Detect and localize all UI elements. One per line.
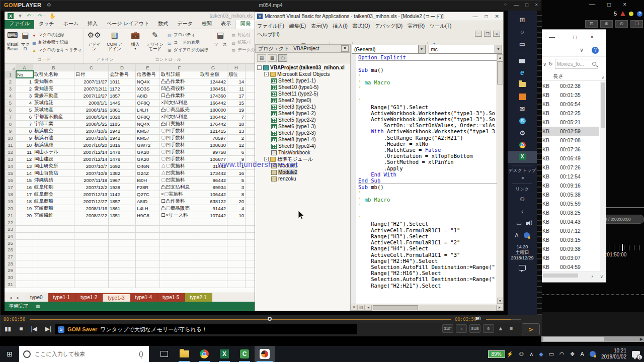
cell-C25[interactable] bbox=[74, 239, 109, 246]
ribbon-tab-ファイル[interactable]: ファイル bbox=[5, 19, 34, 29]
cell-D28[interactable] bbox=[109, 260, 136, 267]
cell-E3[interactable]: XO3S bbox=[136, 85, 160, 92]
cell-F24[interactable] bbox=[160, 233, 199, 240]
cell-D7[interactable]: 1028 bbox=[109, 113, 136, 120]
cell-D11[interactable]: 1816 bbox=[109, 141, 136, 148]
cell-C23[interactable] bbox=[74, 226, 109, 233]
cell-B21[interactable]: 宮崎繊維 bbox=[33, 212, 74, 219]
row-header-2[interactable]: 2 bbox=[5, 78, 16, 85]
menu-編集(E)[interactable]: 編集(E) bbox=[289, 23, 306, 30]
sheet-tab-type1-3[interactable]: type1-3 bbox=[103, 293, 130, 302]
cell-H21[interactable]: 10 bbox=[227, 212, 246, 219]
action-center-icon[interactable]: 1 bbox=[632, 351, 640, 357]
list-item[interactable]: KB00:07:26 bbox=[542, 163, 599, 172]
grid-icon[interactable]: ⁘ bbox=[503, 2, 507, 8]
desktop-toolbar-label[interactable]: デスクトップ bbox=[508, 167, 536, 174]
mdi-close-icon[interactable]: × bbox=[493, 31, 500, 37]
menu-表示(V)[interactable]: 表示(V) bbox=[311, 23, 328, 30]
rotate-button[interactable]: 310° bbox=[442, 324, 453, 333]
row-header-13[interactable]: 13 bbox=[5, 155, 16, 162]
cell-H31[interactable] bbox=[227, 281, 246, 288]
scroll-down-icon[interactable]: ∨ bbox=[600, 274, 603, 279]
maximize-icon[interactable]: □ bbox=[525, 2, 528, 8]
sheet-tab-type1-2[interactable]: type1-2 bbox=[75, 293, 103, 302]
cell-extra[interactable] bbox=[246, 106, 255, 113]
ime-icon[interactable]: A bbox=[581, 351, 584, 357]
list-item[interactable]: KB00:05:59 bbox=[542, 199, 599, 208]
cell-extra[interactable] bbox=[246, 184, 255, 191]
cell-B27[interactable] bbox=[33, 253, 74, 260]
row-header-4[interactable]: 4 bbox=[5, 92, 16, 99]
cell-D31[interactable] bbox=[109, 281, 136, 288]
cell-F22[interactable] bbox=[160, 219, 199, 226]
cell-G5[interactable]: 166442 bbox=[199, 99, 227, 106]
cell-F6[interactable]: 凸〇商品販売 bbox=[160, 106, 199, 113]
ribbon-collapse-icon[interactable]: ∨ bbox=[580, 47, 584, 53]
cell-D20[interactable]: 1861 bbox=[109, 205, 136, 212]
cell-C2[interactable]: 2007/11/27 bbox=[74, 78, 109, 85]
cell-F16[interactable]: 〇凹実施料 bbox=[160, 176, 199, 184]
explorer-titlebar[interactable]: — □ × bbox=[542, 30, 606, 45]
network-sphere-icon[interactable] bbox=[590, 351, 596, 357]
row-header-11[interactable]: 11 bbox=[5, 141, 16, 148]
record-macro-button[interactable]: ●マクロの記録 bbox=[32, 32, 82, 38]
list-item[interactable]: KB00:03:07 bbox=[542, 253, 599, 262]
cell-C5[interactable]: 2008/1/1 bbox=[74, 99, 109, 106]
cell-A27[interactable] bbox=[16, 253, 33, 260]
cell-F9[interactable]: 〇凹手数料 bbox=[160, 127, 199, 134]
ribbon-tab-挿入[interactable]: 挿入 bbox=[83, 19, 102, 29]
full-view-button[interactable]: ≡ bbox=[351, 305, 358, 311]
view-object-button[interactable]: ▦ bbox=[268, 54, 277, 62]
cell-B25[interactable] bbox=[33, 239, 74, 246]
cell-F4[interactable]: 口凸作業料 bbox=[160, 92, 199, 99]
cell-H11[interactable]: 12 bbox=[227, 141, 246, 148]
code-horizontal-scrollbar[interactable] bbox=[372, 305, 496, 311]
tree-item[interactable]: -VBAProject (taiken03_mihon.xl bbox=[255, 64, 350, 71]
cell-E19[interactable]: A8ID bbox=[136, 198, 160, 205]
list-item[interactable]: KB00:07:36 bbox=[542, 145, 599, 154]
row-header-12[interactable]: 12 bbox=[5, 148, 16, 155]
cell-C8[interactable]: 2008/5/25 bbox=[74, 120, 109, 127]
cell-A21[interactable]: 20 bbox=[16, 212, 33, 219]
cell-H28[interactable] bbox=[227, 260, 246, 267]
column-header-D[interactable]: D bbox=[109, 64, 136, 71]
cell-E8[interactable]: NQ4X bbox=[136, 120, 160, 127]
list-item[interactable]: KB00:09:38 bbox=[542, 244, 599, 253]
maximize-icon[interactable]: □ bbox=[485, 14, 488, 19]
recorded-clock[interactable]: 14:20土曜日2018/12/29 bbox=[511, 244, 533, 261]
cell-extra[interactable] bbox=[246, 281, 255, 288]
scroll-up-icon[interactable]: ▲ bbox=[497, 54, 503, 60]
cell-F26[interactable] bbox=[160, 246, 199, 253]
macro-record-status-icon[interactable]: ▦ bbox=[36, 304, 40, 309]
column-header-G[interactable]: G bbox=[199, 64, 227, 71]
cell-F13[interactable]: 〇凹手数料 bbox=[160, 155, 199, 162]
map-properties-button[interactable]: ▥対応付 bbox=[231, 32, 255, 38]
capture-button[interactable]: ⊙ bbox=[483, 324, 494, 333]
column-header-C[interactable]: C bbox=[74, 64, 109, 71]
row-header-9[interactable]: 9 bbox=[5, 127, 16, 134]
code-margin[interactable] bbox=[351, 54, 356, 304]
menu-button[interactable]: ≡ bbox=[507, 324, 515, 333]
row-header-15[interactable]: 15 bbox=[5, 169, 16, 176]
cell-G31[interactable] bbox=[199, 281, 227, 288]
cell-D5[interactable]: 1445 bbox=[109, 99, 136, 106]
sheet-nav-right-icon[interactable]: ▸ bbox=[17, 295, 20, 300]
tree-item[interactable]: Sheet1 (type1-1) bbox=[255, 77, 350, 84]
column-header-E[interactable]: E bbox=[136, 64, 160, 71]
cell-A12[interactable]: 11 bbox=[16, 148, 33, 155]
list-item[interactable]: KB00:12:54 bbox=[542, 172, 599, 181]
cell-G29[interactable] bbox=[199, 267, 227, 274]
ribbon-tab-表示[interactable]: 表示 bbox=[216, 19, 235, 29]
cell-H4[interactable]: 17 bbox=[227, 92, 246, 99]
cell-B31[interactable] bbox=[33, 281, 74, 288]
cell-D27[interactable] bbox=[109, 253, 136, 260]
cell-H19[interactable]: 20 bbox=[227, 198, 246, 205]
cell-E25[interactable] bbox=[136, 239, 160, 246]
taskbar-chrome[interactable] bbox=[194, 346, 214, 362]
cell-E11[interactable]: GW72 bbox=[136, 141, 160, 148]
cell-C27[interactable] bbox=[74, 253, 109, 260]
cell-E30[interactable] bbox=[136, 274, 160, 281]
cell-extra[interactable] bbox=[246, 246, 255, 253]
insert-control-button[interactable]: 💼挿入▾ bbox=[128, 30, 143, 57]
list-item[interactable]: KB00:01:35 bbox=[542, 90, 599, 100]
